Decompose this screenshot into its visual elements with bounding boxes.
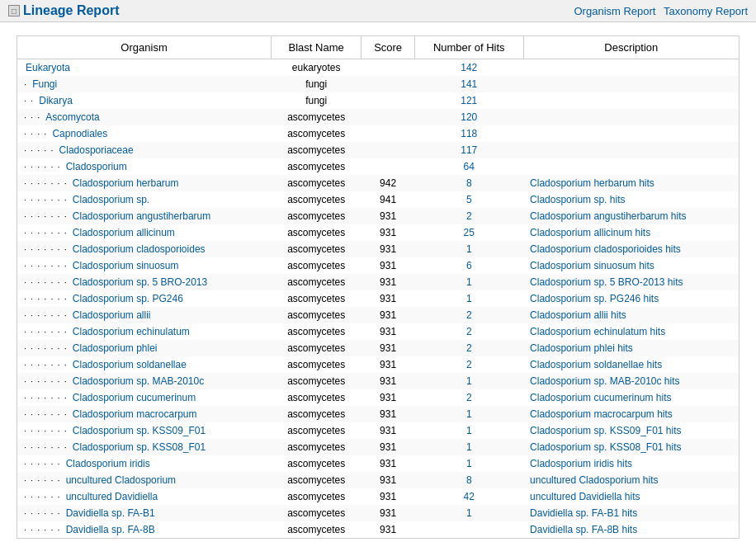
organism-link[interactable]: Cladosporium iridis [66, 458, 150, 469]
organism-link[interactable]: Cladosporium allicinum [73, 227, 175, 238]
taxonomy-report-link[interactable]: Taxonomy Report [664, 5, 748, 17]
cell-organism: · · · · · · uncultured Davidiella [17, 488, 272, 505]
cell-desc: Cladosporium sp. PG246 hits [523, 290, 739, 307]
hits-link[interactable]: 1 [466, 276, 472, 288]
cell-blastname: ascomycetes [272, 521, 361, 539]
organism-link[interactable]: Cladosporium phlei [73, 342, 158, 354]
desc-link[interactable]: Cladosporium allicinum hits [530, 227, 650, 238]
desc-link[interactable]: Cladosporium herbarum hits [530, 177, 654, 189]
hits-link[interactable]: 141 [461, 78, 477, 90]
page-title-link[interactable]: Lineage Report [23, 3, 119, 18]
table-row: · · Dikaryafungi121 [17, 92, 739, 109]
hits-link[interactable]: 120 [461, 111, 477, 123]
desc-link[interactable]: Cladosporium sp. KSS08_F01 hits [530, 441, 681, 453]
cell-blastname: ascomycetes [272, 158, 361, 175]
hits-link[interactable]: 6 [466, 260, 472, 271]
organism-report-link[interactable]: Organism Report [574, 5, 656, 17]
organism-link[interactable]: Davidiella sp. FA-8B [66, 524, 155, 535]
organism-link[interactable]: uncultured Davidiella [66, 491, 158, 502]
organism-link[interactable]: Cladosporium sp. 5 BRO-2013 [73, 276, 207, 288]
organism-link[interactable]: Cladosporium cucumerinum [73, 392, 196, 403]
hits-link[interactable]: 1 [466, 375, 472, 387]
cell-desc: Cladosporium phlei hits [523, 340, 739, 356]
desc-link[interactable]: Cladosporium sp. hits [530, 194, 625, 205]
hits-link[interactable]: 2 [466, 359, 472, 370]
table-row: Eukaryotaeukaryotes142 [17, 59, 739, 77]
hits-link[interactable]: 64 [464, 161, 475, 172]
cell-blastname: ascomycetes [272, 125, 361, 142]
desc-link[interactable]: Cladosporium sp. 5 BRO-2013 hits [530, 276, 683, 288]
hits-link[interactable]: 1 [466, 293, 472, 304]
hits-link[interactable]: 117 [461, 144, 477, 156]
desc-link[interactable]: uncultured Davidiella hits [530, 491, 640, 502]
cell-desc: uncultured Cladosporium hits [523, 472, 739, 488]
desc-link[interactable]: Cladosporium soldanellae hits [530, 359, 662, 370]
organism-link[interactable]: Cladosporium allii [73, 309, 151, 321]
organism-link[interactable]: Cladosporium [66, 161, 127, 172]
cell-score: 931 [361, 389, 415, 406]
desc-link[interactable]: Davidiella sp. FA-8B hits [530, 524, 637, 535]
desc-link[interactable]: Cladosporium sp. MAB-2010c hits [530, 375, 679, 387]
desc-link[interactable]: Cladosporium sp. PG246 hits [530, 293, 659, 304]
hits-link[interactable]: 1 [466, 507, 472, 519]
hits-link[interactable]: 142 [461, 62, 477, 73]
cell-organism: · · · · · Cladosporiaceae [17, 142, 272, 158]
desc-link[interactable]: Cladosporium angustiherbarum hits [530, 210, 686, 222]
organism-link[interactable]: Cladosporium angustiherbarum [73, 210, 210, 222]
hits-link[interactable]: 2 [466, 210, 472, 222]
organism-link[interactable]: Cladosporiaceae [59, 144, 134, 156]
organism-link[interactable]: Eukaryota [26, 62, 70, 73]
table-row: · · · · · · Cladosporiumascomycetes64 [17, 158, 739, 175]
hits-link[interactable]: 2 [466, 326, 472, 337]
organism-link[interactable]: Cladosporium sp. MAB-2010c [73, 375, 204, 387]
organism-link[interactable]: Cladosporium herbarum [73, 177, 179, 189]
desc-link[interactable]: Davidiella sp. FA-B1 hits [530, 507, 637, 519]
cell-blastname: ascomycetes [272, 208, 361, 224]
hits-link[interactable]: 2 [466, 342, 472, 354]
cell-score: 931 [361, 488, 415, 505]
organism-link[interactable]: Ascomycota [45, 111, 99, 123]
desc-link[interactable]: Cladosporium echinulatum hits [530, 326, 665, 337]
organism-link[interactable]: Fungi [32, 78, 57, 90]
hits-link[interactable]: 8 [466, 474, 472, 486]
desc-link[interactable]: Cladosporium sp. KSS09_F01 hits [530, 425, 681, 436]
table-row: · · · · · · · Cladosporium sp. KSS08_F01… [17, 439, 739, 455]
organism-link[interactable]: Cladosporium echinulatum [73, 326, 190, 337]
desc-link[interactable]: Cladosporium sinuosum hits [530, 260, 654, 271]
hits-link[interactable]: 25 [464, 227, 475, 238]
hits-link[interactable]: 1 [466, 441, 472, 453]
organism-link[interactable]: uncultured Cladosporium [66, 474, 176, 486]
organism-link[interactable]: Cladosporium cladosporioides [73, 243, 206, 255]
hits-link[interactable]: 2 [466, 309, 472, 321]
desc-link[interactable]: Cladosporium phlei hits [530, 342, 633, 354]
desc-link[interactable]: Cladosporium macrocarpum hits [530, 408, 673, 420]
hits-link[interactable]: 42 [464, 491, 475, 502]
cell-hits: 1 [414, 505, 523, 521]
desc-link[interactable]: uncultured Cladosporium hits [530, 474, 658, 486]
hits-link[interactable]: 1 [466, 408, 472, 420]
hits-link[interactable]: 8 [466, 177, 472, 189]
hits-link[interactable]: 1 [466, 425, 472, 436]
organism-link[interactable]: Cladosporium macrocarpum [73, 408, 197, 420]
organism-link[interactable]: Capnodiales [52, 128, 107, 139]
organism-link[interactable]: Cladosporium sp. KSS08_F01 [73, 441, 206, 453]
hits-link[interactable]: 1 [466, 243, 472, 255]
cell-score: 931 [361, 224, 415, 241]
desc-link[interactable]: Cladosporium iridis hits [530, 458, 632, 469]
hits-link[interactable]: 2 [466, 392, 472, 403]
desc-link[interactable]: Cladosporium allii hits [530, 309, 626, 321]
hits-link[interactable]: 1 [466, 458, 472, 469]
desc-link[interactable]: Cladosporium cucumerinum hits [530, 392, 671, 403]
organism-link[interactable]: Cladosporium sp. KSS09_F01 [73, 425, 206, 436]
organism-link[interactable]: Davidiella sp. FA-B1 [66, 507, 155, 519]
organism-link[interactable]: Cladosporium sp. [73, 194, 149, 205]
hits-link[interactable]: 118 [461, 128, 477, 139]
cell-desc [523, 125, 739, 142]
hits-link[interactable]: 121 [461, 95, 477, 106]
organism-link[interactable]: Cladosporium soldanellae [73, 359, 187, 370]
organism-link[interactable]: Dikarya [39, 95, 73, 106]
hits-link[interactable]: 5 [466, 194, 472, 205]
organism-link[interactable]: Cladosporium sp. PG246 [73, 293, 183, 304]
organism-link[interactable]: Cladosporium sinuosum [73, 260, 179, 271]
desc-link[interactable]: Cladosporium cladosporioides hits [530, 243, 681, 255]
